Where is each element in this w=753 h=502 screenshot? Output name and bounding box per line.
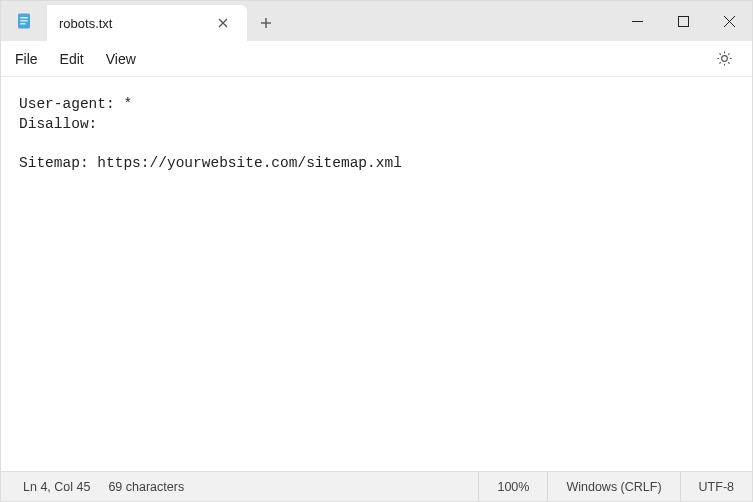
close-icon bbox=[724, 16, 735, 27]
svg-rect-9 bbox=[678, 16, 688, 26]
app-icon bbox=[1, 1, 47, 41]
status-encoding[interactable]: UTF-8 bbox=[680, 472, 752, 501]
notepad-window: robots.txt File Edit View bbox=[0, 0, 753, 502]
titlebar: robots.txt bbox=[1, 1, 752, 41]
menu-file[interactable]: File bbox=[15, 51, 38, 67]
tab-close-button[interactable] bbox=[211, 11, 235, 35]
svg-rect-2 bbox=[20, 20, 28, 21]
status-zoom[interactable]: 100% bbox=[478, 472, 547, 501]
new-tab-button[interactable] bbox=[247, 5, 285, 41]
maximize-button[interactable] bbox=[660, 1, 706, 41]
text-editor[interactable]: User-agent: * Disallow: Sitemap: https:/… bbox=[1, 77, 752, 471]
minimize-icon bbox=[632, 16, 643, 27]
tab-title: robots.txt bbox=[59, 16, 201, 31]
notepad-icon bbox=[15, 12, 33, 30]
close-icon bbox=[218, 18, 228, 28]
status-eol[interactable]: Windows (CRLF) bbox=[547, 472, 679, 501]
menubar: File Edit View bbox=[1, 41, 752, 77]
menu-edit[interactable]: Edit bbox=[60, 51, 84, 67]
window-controls bbox=[614, 1, 752, 41]
settings-button[interactable] bbox=[710, 45, 738, 73]
svg-rect-3 bbox=[20, 23, 25, 24]
close-window-button[interactable] bbox=[706, 1, 752, 41]
minimize-button[interactable] bbox=[614, 1, 660, 41]
status-left: Ln 4, Col 45 69 characters bbox=[1, 480, 478, 494]
menu-view[interactable]: View bbox=[106, 51, 136, 67]
plus-icon bbox=[260, 17, 272, 29]
svg-rect-1 bbox=[20, 17, 28, 18]
statusbar: Ln 4, Col 45 69 characters 100% Windows … bbox=[1, 471, 752, 501]
titlebar-spacer bbox=[285, 1, 614, 41]
maximize-icon bbox=[678, 16, 689, 27]
tab-active[interactable]: robots.txt bbox=[47, 5, 247, 41]
gear-icon bbox=[716, 50, 733, 67]
status-charcount[interactable]: 69 characters bbox=[108, 480, 184, 494]
status-position[interactable]: Ln 4, Col 45 bbox=[23, 480, 90, 494]
